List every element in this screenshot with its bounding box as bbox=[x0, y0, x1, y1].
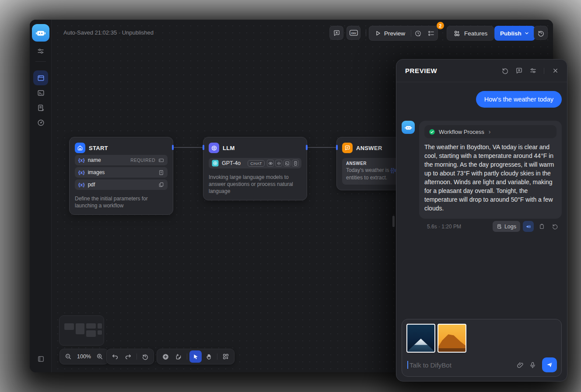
features-icon bbox=[453, 30, 461, 37]
env-icon: ENV bbox=[350, 30, 358, 36]
sidebar-item-orchestrate[interactable] bbox=[33, 70, 48, 85]
run-history-button[interactable] bbox=[411, 26, 424, 40]
collapse-sidebar-icon[interactable] bbox=[36, 354, 46, 364]
text-caret bbox=[407, 361, 408, 369]
preview-title: PREVIEW bbox=[405, 67, 437, 74]
paperclip-icon bbox=[517, 361, 524, 369]
image-icon bbox=[284, 160, 290, 167]
env-variables-button[interactable]: ENV bbox=[346, 26, 360, 40]
chat-x-icon bbox=[333, 29, 340, 37]
home-icon bbox=[75, 143, 85, 153]
preview-run-button[interactable]: Preview bbox=[369, 30, 411, 37]
screenshot-stage: Auto-Saved 21:02:35 · Unpublished ENV Pr… bbox=[0, 0, 581, 392]
file-icon bbox=[158, 170, 164, 175]
bot-message-row: Workflow Process › The weather in Boydto… bbox=[402, 121, 562, 219]
bot-message-text: The weather in Boydton, VA today is clea… bbox=[424, 143, 556, 213]
zoom-in-button[interactable] bbox=[94, 350, 106, 363]
microphone-icon bbox=[529, 361, 536, 369]
input-port[interactable] bbox=[203, 145, 204, 150]
workflow-process-toggle[interactable]: Workflow Process › bbox=[424, 125, 556, 138]
close-icon bbox=[552, 67, 559, 74]
add-node-button[interactable] bbox=[159, 350, 172, 363]
voice-input-button[interactable] bbox=[526, 359, 539, 371]
app-logo-robot-icon[interactable] bbox=[32, 24, 49, 42]
message-footer-row: 5.6s · 1:20 PM Logs bbox=[402, 221, 562, 232]
features-button[interactable]: Features bbox=[447, 26, 494, 41]
minimap[interactable] bbox=[59, 315, 104, 346]
variable-token: {x} bbox=[78, 170, 85, 175]
redo-button[interactable] bbox=[122, 350, 134, 363]
edge-start-llm bbox=[173, 147, 203, 148]
start-field-images: {x} images bbox=[75, 167, 168, 178]
chat-mode-badge: CHAT bbox=[248, 160, 265, 167]
clear-chat-button[interactable] bbox=[329, 26, 343, 40]
variable-token: {x} bbox=[78, 182, 85, 187]
answer-bubble-check-icon bbox=[342, 143, 353, 153]
output-port[interactable] bbox=[306, 145, 308, 150]
logs-button[interactable]: Logs bbox=[493, 221, 520, 232]
preview-panel: PREVIEW How's the weather today bbox=[396, 59, 567, 382]
node-start[interactable]: START {x} name REQUIRED {x} images {x} p… bbox=[69, 137, 173, 215]
change-history-button[interactable] bbox=[139, 350, 151, 363]
read-aloud-button[interactable] bbox=[523, 221, 534, 232]
regenerate-button[interactable] bbox=[550, 221, 560, 232]
chat-input-card bbox=[402, 319, 562, 377]
tools-toolbar bbox=[157, 349, 234, 364]
panel-header-divider bbox=[544, 68, 544, 74]
attached-images bbox=[406, 324, 557, 353]
attach-file-button[interactable] bbox=[514, 359, 526, 371]
model-name: GPT-4o bbox=[222, 160, 241, 166]
refresh-icon bbox=[501, 67, 509, 74]
panel-resize-handle[interactable] bbox=[392, 216, 395, 227]
header-divider bbox=[366, 29, 366, 36]
history-icon bbox=[537, 29, 545, 37]
zoom-level[interactable]: 100% bbox=[75, 354, 93, 360]
openai-gpt4o-icon bbox=[211, 159, 219, 167]
send-button[interactable] bbox=[542, 357, 557, 372]
model-selector[interactable]: GPT-4o CHAT bbox=[209, 158, 301, 168]
node-description: Invoking large language models to answer… bbox=[209, 174, 301, 195]
field-name: pdf bbox=[88, 182, 95, 188]
features-label: Features bbox=[464, 30, 487, 37]
preview-run-label: Preview bbox=[384, 30, 405, 37]
chat-input[interactable] bbox=[410, 361, 514, 369]
workflow-process-label: Workflow Process bbox=[439, 129, 484, 135]
clock-play-icon bbox=[414, 30, 422, 37]
pointer-mode-button[interactable] bbox=[189, 350, 202, 363]
send-plane-icon bbox=[546, 361, 553, 368]
copy-button[interactable] bbox=[536, 221, 547, 232]
bot-message-bubble: Workflow Process › The weather in Boydto… bbox=[419, 121, 562, 219]
organize-blocks-button[interactable] bbox=[220, 350, 232, 363]
logs-label: Logs bbox=[504, 224, 516, 230]
hand-mode-button[interactable] bbox=[203, 350, 215, 363]
attachment-thumbnail-mountain-orange[interactable] bbox=[438, 324, 466, 353]
attachment-thumbnail-mountain-blue[interactable] bbox=[406, 324, 435, 353]
node-title: LLM bbox=[223, 145, 235, 151]
tune-sliders-icon[interactable] bbox=[35, 46, 46, 56]
sidebar-item-logs[interactable] bbox=[33, 100, 48, 115]
regenerate-icon bbox=[552, 223, 558, 230]
restart-conversation-button[interactable] bbox=[499, 65, 511, 77]
sliders-icon bbox=[529, 67, 537, 74]
sidebar-item-monitoring[interactable] bbox=[33, 115, 48, 130]
checklist-button[interactable] bbox=[424, 26, 438, 40]
checklist-icon bbox=[427, 30, 435, 37]
logs-icon bbox=[497, 224, 502, 229]
version-history-button[interactable] bbox=[534, 26, 548, 40]
clear-conversation-button[interactable] bbox=[513, 65, 525, 77]
sidebar-divider bbox=[35, 61, 46, 62]
success-check-icon bbox=[429, 129, 435, 135]
publish-button[interactable]: Publish bbox=[494, 26, 535, 41]
start-field-pdf: {x} pdf bbox=[75, 179, 168, 190]
conversation-settings-button[interactable] bbox=[527, 65, 539, 77]
undo-button[interactable] bbox=[109, 350, 121, 363]
node-llm[interactable]: LLM GPT-4o CHAT Invoking large language … bbox=[203, 137, 307, 200]
chevron-right-icon: › bbox=[489, 128, 491, 135]
output-port[interactable] bbox=[172, 145, 174, 150]
zoom-out-button[interactable] bbox=[62, 350, 74, 363]
close-panel-button[interactable] bbox=[550, 65, 561, 77]
add-note-button[interactable] bbox=[172, 350, 185, 363]
field-name: name bbox=[88, 157, 101, 163]
sidebar-item-terminal[interactable] bbox=[33, 85, 48, 100]
input-port[interactable] bbox=[336, 145, 338, 150]
